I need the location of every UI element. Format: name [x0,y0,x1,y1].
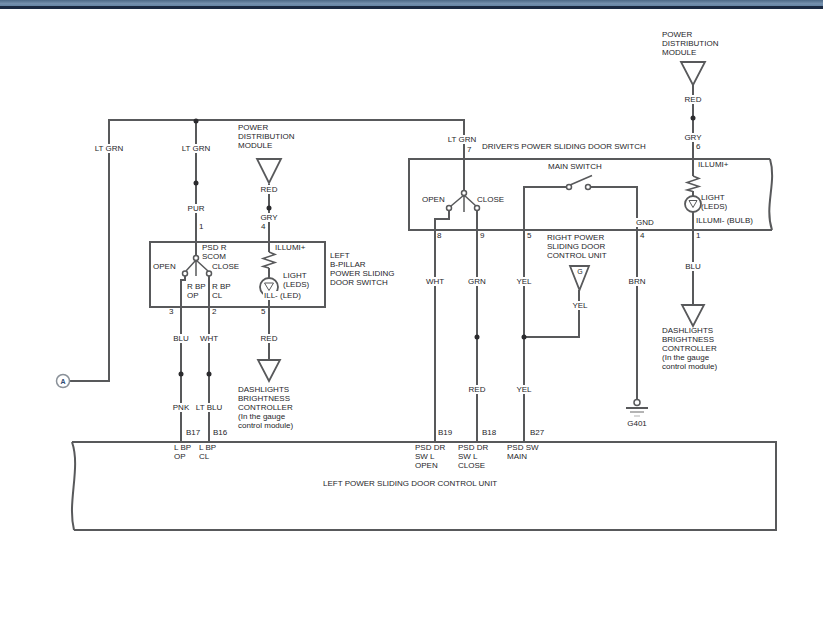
left-switch-ill-minus-label: ILL- (LED) [263,291,302,300]
wire-label-gry-pdm-right: GRY [683,133,702,142]
wire-label-blu-right: BLU [684,262,702,271]
driver-switch-illumi-minus-label: ILLUMI- (BULB) [695,216,754,225]
left-psd-control-unit-torn-edge [72,442,75,530]
wire-label-blu-left: BLU [172,334,190,343]
pin-8-driver-switch: 8 [437,232,441,240]
pin-5-left-switch: 5 [261,308,265,316]
ground-icon-g401 [626,400,648,417]
main-switch-label: MAIN SWITCH [548,162,602,171]
terminal-b19-function: PSD DR SW L OPEN [415,443,445,470]
left-switch-name: PSD R SCOM [202,243,226,261]
terminal-b27: B27 [529,429,545,437]
wire-label-wht-left: WHT [199,334,219,343]
wire-brn-g401 [590,187,637,399]
wire-yel-b27 [524,187,567,442]
terminal-b18-function: PSD DR SW L CLOSE [458,443,488,470]
wire-label-red-pdm-right: RED [684,95,703,104]
driver-switch-light-label: LIGHT (LEDS) [701,193,727,211]
wire-label-lt-blu: LT BLU [195,403,223,412]
pin-3-left-switch: 3 [169,308,173,316]
led-lamp-icon-right [685,196,701,212]
wire-label-grn: GRN [467,277,487,286]
power-distribution-module-triangle-left [257,159,281,183]
terminal-b16-function: L BP CL [199,443,216,461]
wiring-diagram-page: LT GRN LT GRN PUR POWER DISTRIBUTION MOD… [0,0,823,639]
terminal-b17-function: L BP OP [174,443,191,461]
resistor-icon-left [263,252,275,268]
pin-1-left-switch: 1 [199,223,203,231]
window-titlebar-edge [0,0,823,9]
left-switch-contact-close-label: R BP CL [211,282,232,300]
left-bpillar-switch-title: LEFT B-PILLAR POWER SLIDING DOOR SWITCH [330,251,394,287]
pin-4-left-switch: 4 [261,223,265,231]
left-scom-switch-blades [186,260,208,276]
driver-switch-title: DRIVER'S POWER SLIDING DOOR SWITCH [482,142,646,151]
dashlights-controller-triangle-left [258,360,280,381]
wire-label-lt-grn-right: LT GRN [447,135,478,144]
wire-label-yel-g: YEL [571,301,588,310]
main-switch-contact-left [567,185,572,190]
power-distribution-module-label-right: POWER DISTRIBUTION MODULE [662,30,718,57]
pin-6-driver-switch: 6 [696,143,700,151]
pin-1-driver-switch: 1 [696,232,700,240]
wire-g-branch [524,290,579,337]
wire-blu-pnk-b17 [181,276,185,442]
power-distribution-module-triangle-right [681,62,705,85]
left-scom-open-contact [183,271,188,276]
dashlights-controller-label-left: DASHLIGHTS BRIGHTNESS CONTROLLER (In the… [238,385,293,430]
junction-dots [179,116,696,377]
left-switch-light-label: LIGHT (LEDS) [283,271,309,289]
ground-g401-label: G401 [626,419,648,428]
terminal-b17: B17 [185,429,201,437]
dashlights-controller-triangle-right [682,305,704,326]
left-scom-switch-pivot [194,256,199,261]
pin-5-driver-switch: 5 [527,232,531,240]
connector-a-label: A [59,377,66,386]
driver-close-contact [475,206,480,211]
power-distribution-module-label-left: POWER DISTRIBUTION MODULE [238,123,294,150]
pin-2-left-switch: 2 [212,308,216,316]
main-switch-blade [570,176,592,186]
left-switch-close-label: CLOSE [212,262,239,271]
wire-label-red-pdm-left: RED [260,185,279,194]
left-psd-control-unit-title: LEFT POWER SLIDING DOOR CONTROL UNIT [323,479,497,488]
left-scom-close-contact [207,271,212,276]
wire-label-brn: BRN [628,277,647,286]
pin-7-driver-switch: 7 [467,146,471,154]
terminal-b27-function: PSD SW MAIN [507,443,539,461]
left-switch-illumi-plus-label: ILLUMI+ [274,243,306,252]
g-connector-label: G [577,267,582,276]
driver-switch-open-label: OPEN [422,195,445,204]
wire-label-wht-right: WHT [425,277,445,286]
left-switch-open-label: OPEN [153,262,176,271]
wire-label-lt-grn-left: LT GRN [94,144,125,153]
wire-label-pur: PUR [187,204,206,213]
left-switch-contact-open-label: R BP OP [186,282,207,300]
gnd-label: GND [635,218,655,227]
right-psd-control-unit-label: RIGHT POWER SLIDING DOOR CONTROL UNIT [547,233,607,260]
driver-switch-pivot [462,191,467,196]
wire-label-red-mid: RED [260,334,279,343]
terminal-b16: B16 [212,429,228,437]
driver-switch-blades [451,195,476,212]
wire-label-gry-pdm-left: GRY [259,213,278,222]
driver-switch-close-label: CLOSE [477,195,504,204]
wire-label-pnk: PNK [172,403,190,412]
pin-9-driver-switch: 9 [480,232,484,240]
driver-open-contact [447,206,452,211]
resistor-icon-right [687,176,699,192]
wire-wht-b19 [435,210,449,442]
led-lamp-inner-triangle-right [689,201,697,208]
wire-label-yel-2: YEL [515,385,532,394]
wire-label-lt-grn-mid: LT GRN [181,144,212,153]
driver-switch-box-torn-edge [769,159,772,230]
terminal-b18: B18 [481,429,497,437]
pin-4-driver-switch: 4 [640,232,644,240]
driver-switch-illumi-plus-label: ILLUMI+ [697,160,729,169]
wire-label-yel-1: YEL [515,277,532,286]
led-lamp-inner-triangle-left [265,283,274,291]
dashlights-controller-label-right: DASHLIGHTS BRIGHTNESS CONTROLLER (In the… [662,326,717,371]
wire-label-red-right: RED [468,385,487,394]
terminal-b19: B19 [437,429,453,437]
main-switch-contact-right [586,185,591,190]
